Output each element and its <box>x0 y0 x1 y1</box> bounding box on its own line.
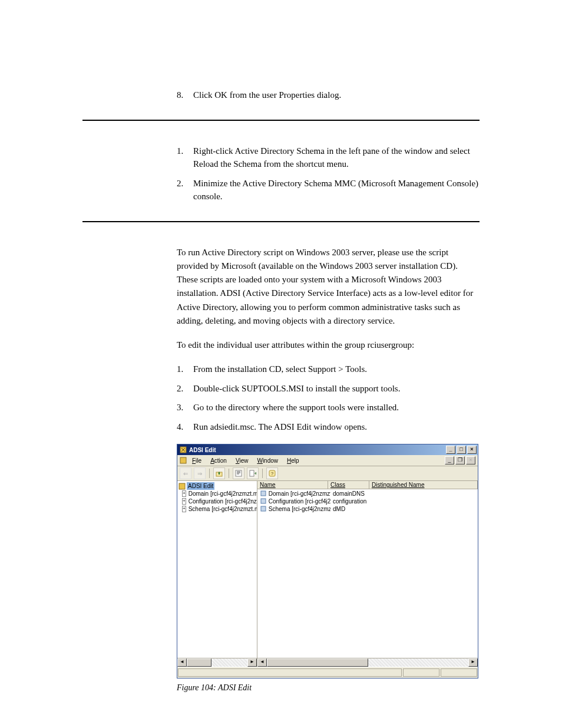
step-list-3: 1. From the installation CD, select Supp… <box>177 363 480 433</box>
minimize-button[interactable]: _ <box>446 446 455 454</box>
menu-help[interactable]: Help <box>283 457 303 465</box>
scroll-right-button[interactable]: ► <box>247 658 257 667</box>
window-titlebar: ADSI Edit _ □ × <box>177 444 478 455</box>
status-cell <box>403 668 439 677</box>
item-text: From the installation CD, select Support… <box>193 363 480 376</box>
column-name[interactable]: Name <box>257 481 328 489</box>
container-icon <box>260 498 267 505</box>
mdi-app-icon <box>180 457 187 464</box>
mdi-close-button[interactable]: × <box>466 456 475 465</box>
svg-rect-1 <box>180 457 186 463</box>
list-item: 8. Click OK from the user Properties dia… <box>177 88 480 102</box>
list-item: 1. Right-click Active Directory Schema i… <box>177 144 480 171</box>
forward-button[interactable]: ⇒ <box>194 467 206 479</box>
item-text: Right-click Active Directory Schema in t… <box>193 144 480 171</box>
item-number: 3. <box>177 401 193 414</box>
item-text: Minimize the Active Directory Schema MMC… <box>193 177 480 203</box>
expand-icon[interactable]: + <box>182 498 186 505</box>
help-button[interactable]: ? <box>266 467 278 479</box>
tree-root[interactable]: ADSI Edit <box>178 482 256 490</box>
list-row[interactable]: Schema [rci-gcf4j2nzmzt.myp… dMD <box>257 505 478 513</box>
section-divider <box>82 120 480 121</box>
toolbar-separator <box>262 469 263 478</box>
svg-rect-4 <box>250 470 254 476</box>
list-item: 3. Go to the directory where the support… <box>177 401 480 414</box>
paragraph: To run Active Directory script on Window… <box>177 246 480 328</box>
expand-icon[interactable]: + <box>182 490 186 497</box>
figure-caption: Figure 104: ADSI Edit <box>177 683 480 693</box>
paragraph: To edit the individual user attributes w… <box>177 338 480 352</box>
folder-up-icon <box>216 470 223 477</box>
cell-name: Schema [rci-gcf4j2nzmzt.myp… <box>269 506 330 512</box>
container-icon <box>260 505 267 512</box>
scroll-left-button[interactable]: ◄ <box>177 658 187 667</box>
close-button[interactable]: × <box>467 446 477 454</box>
svg-rect-13 <box>261 506 266 511</box>
toolbar-separator <box>209 469 210 478</box>
toolbar: ⇐ ⇒ ? <box>177 466 478 481</box>
adsi-window: ADSI Edit _ □ × File Action View Window … <box>177 444 478 678</box>
status-cell <box>178 668 402 677</box>
section-divider <box>82 221 480 222</box>
status-cell <box>441 668 477 677</box>
item-number: 4. <box>177 420 193 434</box>
status-bar <box>177 667 478 678</box>
tree-item[interactable]: + Configuration [rci-gcf4j2nzmzt.m <box>178 498 256 505</box>
adsi-edit-screenshot: ADSI Edit _ □ × File Action View Window … <box>177 444 480 678</box>
tree-pane[interactable]: ADSI Edit + Domain [rci-gcf4j2nzmzt.mypc… <box>177 481 257 658</box>
scroll-right-button[interactable]: ► <box>468 658 478 667</box>
tree-item[interactable]: + Schema [rci-gcf4j2nzmzt.mypc.m <box>178 505 256 513</box>
tree-scrollbar[interactable]: ◄ ► <box>177 658 257 667</box>
menu-action[interactable]: Action <box>207 457 230 465</box>
client-area: ADSI Edit + Domain [rci-gcf4j2nzmzt.mypc… <box>177 481 478 658</box>
maximize-button[interactable]: □ <box>457 446 466 454</box>
tree-item[interactable]: + Domain [rci-gcf4j2nzmzt.mypc.my <box>178 490 256 498</box>
column-class[interactable]: Class <box>328 481 369 489</box>
step-list-1: 8. Click OK from the user Properties dia… <box>177 88 480 102</box>
refresh-button[interactable] <box>233 467 244 479</box>
item-number: 2. <box>177 382 193 396</box>
cell-name: Domain [rci-gcf4j2nzmzt.mypc… <box>269 490 330 497</box>
export-list-icon <box>249 470 256 477</box>
item-text: Run adsiedit.msc. The ADSI Edit window o… <box>193 420 480 434</box>
svg-text:?: ? <box>271 471 274 476</box>
menu-view[interactable]: View <box>232 457 252 465</box>
svg-rect-11 <box>261 491 266 496</box>
scroll-thumb[interactable] <box>187 658 211 667</box>
back-button[interactable]: ⇐ <box>180 467 191 479</box>
app-icon <box>180 446 187 453</box>
cell-name: Configuration [rci-gcf4j2nzmz… <box>269 498 330 505</box>
list-item: 4. Run adsiedit.msc. The ADSI Edit windo… <box>177 420 480 434</box>
cell-class: configuration <box>330 498 374 505</box>
container-icon <box>260 490 267 497</box>
scroll-left-button[interactable]: ◄ <box>257 658 267 667</box>
mdi-restore-button[interactable]: ❐ <box>455 456 465 465</box>
menu-window[interactable]: Window <box>253 457 282 465</box>
mdi-minimize-button[interactable]: _ <box>445 456 454 465</box>
export-button[interactable] <box>247 467 259 479</box>
list-row[interactable]: Domain [rci-gcf4j2nzmzt.mypc… domainDNS <box>257 490 478 498</box>
cell-class: dMD <box>330 505 374 513</box>
up-button[interactable] <box>213 467 225 479</box>
list-row[interactable]: Configuration [rci-gcf4j2nzmz… configura… <box>257 498 478 505</box>
item-number: 8. <box>177 88 193 102</box>
cell-class: domainDNS <box>330 490 374 498</box>
column-headers[interactable]: Name Class Distinguished Name <box>257 481 478 489</box>
menu-file[interactable]: File <box>189 457 205 465</box>
item-text: Click OK from the user Properties dialog… <box>193 88 480 102</box>
scrollbar-row: ◄ ► ◄ ► <box>177 658 478 667</box>
tree-item-label: Schema [rci-gcf4j2nzmzt.mypc.m <box>189 505 257 513</box>
adsi-root-icon <box>178 483 186 490</box>
column-dn[interactable]: Distinguished Name <box>369 481 478 489</box>
list-scrollbar[interactable]: ◄ ► <box>257 658 478 667</box>
scroll-thumb[interactable] <box>267 658 368 667</box>
item-number: 2. <box>177 177 193 203</box>
svg-rect-12 <box>261 499 266 503</box>
help-icon: ? <box>269 470 276 477</box>
step-list-2: 1. Right-click Active Directory Schema i… <box>177 144 480 203</box>
expand-icon[interactable]: + <box>182 506 186 512</box>
tree-item-label: Configuration [rci-gcf4j2nzmzt.m <box>189 498 257 505</box>
list-pane[interactable]: Name Class Distinguished Name Domain [rc… <box>257 481 478 658</box>
tree-root-label: ADSI Edit <box>187 482 214 490</box>
list-item: 2. Double-click SUPTOOLS.MSI to install … <box>177 382 480 396</box>
